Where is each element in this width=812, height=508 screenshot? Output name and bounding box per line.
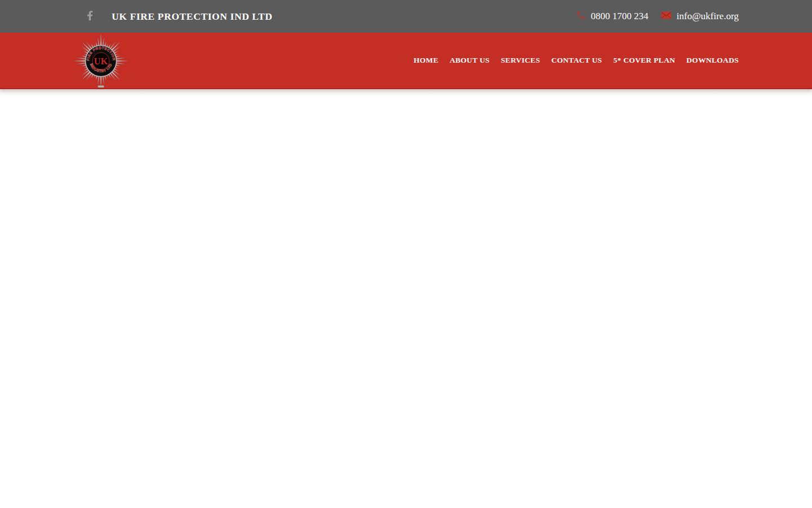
- nav-item-downloads[interactable]: DOWNLOADS: [686, 56, 739, 65]
- phone-number: 0800 1700 234: [591, 11, 648, 22]
- nav-item-about-us[interactable]: ABOUT US: [449, 56, 489, 65]
- top-bar: UK FIRE PROTECTION IND LTD 0800 1700 234: [0, 0, 812, 33]
- badge-center-text: UK: [94, 56, 108, 65]
- fire-badge-logo[interactable]: FIRE PROTECTION INDUSTRY LTD UK: [73, 33, 129, 89]
- phone-icon: [576, 10, 586, 23]
- facebook-icon[interactable]: [83, 8, 96, 24]
- nav-item-contact-us[interactable]: CONTACT US: [551, 56, 602, 65]
- company-name: UK FIRE PROTECTION IND LTD: [112, 11, 272, 23]
- nav-item-cover-plan[interactable]: 5* COVER PLAN: [614, 56, 676, 65]
- main-nav: HOME ABOUT US SERVICES CONTACT US 5* COV…: [414, 56, 739, 65]
- nav-item-services[interactable]: SERVICES: [501, 56, 540, 65]
- badge-ribbon: [98, 85, 104, 87]
- email-link[interactable]: info@ukfire.org: [661, 11, 739, 22]
- facebook-link[interactable]: [83, 8, 96, 24]
- email-icon: [661, 11, 672, 22]
- topbar-contact-group: 0800 1700 234 info@ukfire.org: [576, 10, 739, 23]
- main-navbar: FIRE PROTECTION INDUSTRY LTD UK HOME ABO…: [0, 33, 812, 89]
- nav-item-home[interactable]: HOME: [414, 56, 439, 65]
- phone-link[interactable]: 0800 1700 234: [576, 10, 648, 23]
- email-address: info@ukfire.org: [677, 11, 739, 22]
- page-content: [0, 89, 812, 507]
